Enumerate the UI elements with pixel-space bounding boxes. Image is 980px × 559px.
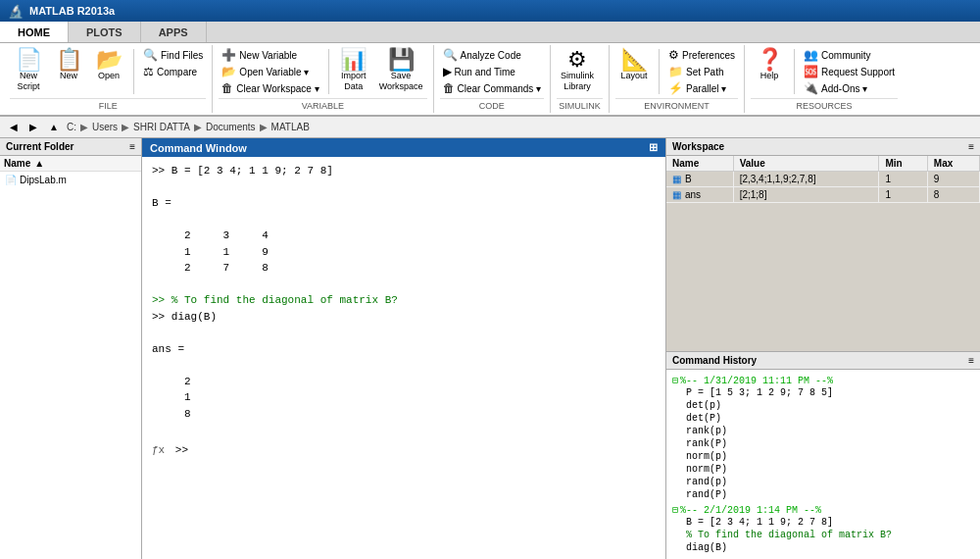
list-item[interactable]: diag(B) xyxy=(672,541,974,554)
clear-commands-button[interactable]: 🗑 Clear Commands ▾ xyxy=(440,80,545,96)
code-small-btns: 🔍 Analyze Code ▶ Run and Time 🗑 Clear Co… xyxy=(440,47,545,96)
list-item[interactable]: det(P) xyxy=(672,412,974,425)
request-support-button[interactable]: 🆘 Request Support xyxy=(801,64,898,79)
command-body[interactable]: >> B = [2 3 4; 1 1 9; 2 7 8] B = 2 3 4 1… xyxy=(142,157,665,559)
command-window-header: Command Window ⊞ xyxy=(142,138,665,157)
analyze-icon: 🔍 xyxy=(443,48,458,62)
help-button[interactable]: ❓ Help xyxy=(751,47,788,83)
new-button[interactable]: 📋 New xyxy=(50,47,87,83)
matlab-icon: 🔬 xyxy=(8,4,24,19)
list-item[interactable]: B = [2 3 4; 1 1 9; 2 7 8] xyxy=(672,516,974,529)
list-item[interactable]: 📄 DipsLab.m xyxy=(2,174,139,186)
clear-workspace-button[interactable]: 🗑 Clear Workspace ▾ xyxy=(219,80,321,96)
history-group-0: ⊟%-- 1/31/2019 11:11 PM --%P = [1 5 3; 1… xyxy=(672,375,974,501)
list-item[interactable]: P = [1 5 3; 1 2 9; 7 8 5] xyxy=(672,386,974,399)
app-title: MATLAB R2013a xyxy=(29,5,115,17)
code-group-content: 🔍 Analyze Code ▶ Run and Time 🗑 Clear Co… xyxy=(440,47,545,96)
run-time-button[interactable]: ▶ Run and Time xyxy=(440,64,545,79)
workspace-menu-icon[interactable]: ≡ xyxy=(968,141,974,152)
nav-back-button[interactable]: ◀ xyxy=(6,121,22,133)
parallel-button[interactable]: ⚡ Parallel ▾ xyxy=(665,80,738,96)
var-name-cell: ▦B xyxy=(666,172,733,187)
open-variable-button[interactable]: 📂 Open Variable ▾ xyxy=(219,64,321,79)
addons-button[interactable]: 🔌 Add-Ons ▾ xyxy=(801,80,898,96)
history-group-1: ⊟%-- 2/1/2019 1:14 PM --%B = [2 3 4; 1 1… xyxy=(672,504,974,554)
folder-panel-menu-icon[interactable]: ≡ xyxy=(129,141,135,152)
run-icon: ▶ xyxy=(443,65,452,78)
workspace-col-value: Value xyxy=(733,156,879,172)
list-item[interactable]: det(p) xyxy=(672,399,974,412)
folder-panel: Current Folder ≡ Name ▲ 📄 DipsLab.m xyxy=(0,138,142,559)
preferences-icon: ⚙ xyxy=(668,48,679,62)
list-item[interactable]: norm(P) xyxy=(672,463,974,476)
preferences-button[interactable]: ⚙ Preferences xyxy=(665,47,738,63)
folder-name-col: Name xyxy=(4,158,30,169)
folder-panel-header: Current Folder ≡ xyxy=(0,138,141,156)
analyze-code-button[interactable]: 🔍 Analyze Code xyxy=(440,47,545,63)
nav-up-button[interactable]: ▲ xyxy=(45,121,63,133)
command-window-expand-icon[interactable]: ⊞ xyxy=(649,141,658,154)
list-item[interactable]: rank(p) xyxy=(672,425,974,437)
path-users: Users xyxy=(92,122,118,132)
code-group-label: CODE xyxy=(440,98,545,111)
ribbon-group-code: 🔍 Analyze Code ▶ Run and Time 🗑 Clear Co… xyxy=(434,45,552,113)
ribbon-group-simulink: ⚙ SimulinkLibrary SIMULINK xyxy=(551,45,610,113)
addons-icon: 🔌 xyxy=(804,81,818,95)
new-script-button[interactable]: 📄 NewScript xyxy=(10,47,47,94)
history-group-label: %-- 1/31/2019 11:11 PM --% xyxy=(680,376,833,386)
find-files-icon: 🔍 xyxy=(143,48,158,62)
command-input-line[interactable]: ƒx >> xyxy=(152,442,656,459)
nav-forward-button[interactable]: ▶ xyxy=(25,121,41,133)
file-icon: 📄 xyxy=(5,175,17,185)
import-data-button[interactable]: 📊 ImportData xyxy=(335,47,372,94)
parallel-icon: ⚡ xyxy=(668,81,683,95)
history-panel-header: Command History ≡ xyxy=(666,352,980,370)
table-row[interactable]: ▦ans [2;1;8] 1 8 xyxy=(666,187,980,203)
var-icon: ▦ xyxy=(672,174,681,184)
history-group-label: %-- 2/1/2019 1:14 PM --% xyxy=(680,505,821,516)
import-icon: 📊 xyxy=(340,49,367,71)
address-bar: ◀ ▶ ▲ C: ▶ Users ▶ SHRI DATTA ▶ Document… xyxy=(0,117,980,138)
workspace-col-min: Min xyxy=(879,156,927,172)
open-button[interactable]: 📂 Open xyxy=(90,47,127,83)
path-matlab: MATLAB xyxy=(271,122,310,132)
compare-button[interactable]: ⚖ Compare xyxy=(140,64,206,79)
table-row[interactable]: ▦B [2,3,4;1,1,9;2,7,8] 1 9 xyxy=(666,172,980,187)
collapse-icon[interactable]: ⊟ xyxy=(672,375,678,386)
tab-plots[interactable]: PLOTS xyxy=(69,22,141,42)
list-item[interactable]: rank(P) xyxy=(672,437,974,450)
path-c: C: xyxy=(67,122,76,132)
var-min-cell: 1 xyxy=(879,172,927,187)
history-menu-icon[interactable]: ≡ xyxy=(968,355,974,366)
compare-icon: ⚖ xyxy=(143,65,154,78)
simulink-group-label: SIMULINK xyxy=(557,98,603,111)
tab-apps[interactable]: APPS xyxy=(141,22,207,42)
workspace-col-max: Max xyxy=(927,156,979,172)
resources-group-label: RESOURCES xyxy=(751,98,898,111)
list-item[interactable]: norm(p) xyxy=(672,450,974,463)
simulink-library-button[interactable]: ⚙ SimulinkLibrary xyxy=(557,47,598,94)
workspace-col-name: Name xyxy=(666,156,733,172)
layout-button[interactable]: 📐 Layout xyxy=(615,47,653,83)
list-item[interactable]: rand(P) xyxy=(672,488,974,501)
variable-group-content: ➕ New Variable 📂 Open Variable ▾ 🗑 Clear… xyxy=(219,47,426,96)
list-item[interactable]: % To find the diagonal of matrix B? xyxy=(672,529,974,541)
history-title: Command History xyxy=(672,355,757,366)
collapse-icon[interactable]: ⊟ xyxy=(672,504,678,516)
find-files-button[interactable]: 🔍 Find Files xyxy=(140,47,206,63)
set-path-icon: 📁 xyxy=(668,65,683,78)
main-content: Current Folder ≡ Name ▲ 📄 DipsLab.m Comm… xyxy=(0,138,980,559)
list-item[interactable]: rand(p) xyxy=(672,476,974,488)
ribbon-group-resources: ❓ Help 👥 Community 🆘 Request Support 🔌 A… xyxy=(745,45,904,113)
var-value-cell: [2,3,4;1,1,9;2,7,8] xyxy=(733,172,879,187)
tab-home[interactable]: HOME xyxy=(0,22,69,42)
community-button[interactable]: 👥 Community xyxy=(801,47,898,63)
workspace-title: Workspace xyxy=(672,141,724,152)
set-path-button[interactable]: 📁 Set Path xyxy=(665,64,738,79)
file-name: DipsLab.m xyxy=(20,175,67,185)
open-icon: 📂 xyxy=(96,49,122,71)
save-workspace-button[interactable]: 💾 SaveWorkspace xyxy=(375,47,427,94)
help-icon: ❓ xyxy=(757,49,783,71)
new-variable-button[interactable]: ➕ New Variable xyxy=(219,47,321,63)
file-group-content: 📄 NewScript 📋 New 📂 Open 🔍 Find Files ⚖ xyxy=(10,47,206,96)
